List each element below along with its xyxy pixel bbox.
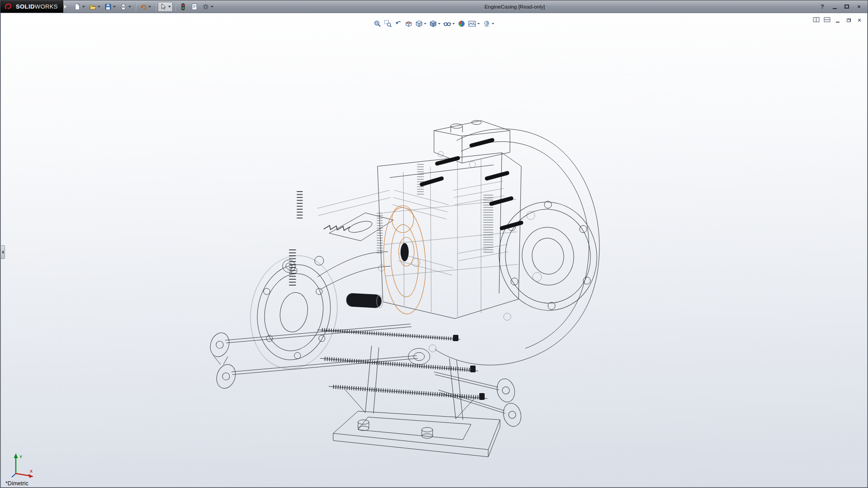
new-document-icon (74, 3, 81, 10)
dassault-3ds-logo-icon (4, 3, 13, 10)
chevron-down-icon[interactable] (492, 23, 495, 24)
display-style-button[interactable] (429, 19, 442, 28)
svg-text:X: X (30, 469, 33, 474)
highlighted-part (381, 206, 428, 315)
select-button[interactable] (158, 2, 173, 12)
doc-restore-button[interactable] (844, 17, 853, 24)
zoom-to-area-icon (384, 20, 392, 28)
edit-appearance-button[interactable] (457, 19, 467, 28)
apply-scene-icon (468, 20, 476, 28)
chevron-down-icon[interactable] (438, 23, 441, 24)
section-view-button[interactable] (404, 19, 414, 28)
chevron-down-icon[interactable] (477, 23, 480, 24)
apply-scene-button[interactable] (467, 19, 481, 28)
pane-split-horizontal-icon (824, 17, 830, 24)
rebuild-button[interactable] (178, 2, 189, 12)
orientation-triad: Y X (10, 452, 37, 480)
main-toolbar (72, 2, 215, 12)
toolbar-separator (135, 3, 136, 11)
pane-split-vertical-button[interactable] (812, 17, 820, 24)
solidworks-logo: SOLIDWORKS (0, 0, 63, 13)
chevron-down-icon[interactable] (168, 6, 171, 8)
display-style-icon (429, 20, 437, 28)
doc-restore-icon (847, 19, 851, 22)
file-properties-button[interactable] (189, 2, 200, 12)
options-button[interactable] (200, 2, 215, 12)
doc-minimize-icon (836, 22, 840, 23)
headsup-view-toolbar (371, 18, 498, 29)
collapse-arrow-icon (2, 250, 4, 254)
doc-close-button[interactable]: × (855, 17, 863, 24)
brand-text: SOLIDWORKS (16, 3, 58, 10)
print-icon (120, 3, 127, 10)
help-button[interactable]: ? (818, 3, 827, 11)
zoom-to-fit-button[interactable] (373, 19, 382, 28)
save-button[interactable] (103, 2, 118, 12)
graphics-viewport[interactable]: × Y X *Dimetric (1, 13, 867, 487)
file-properties-icon (191, 3, 198, 10)
x-axis-arrow: X (16, 469, 33, 478)
view-orientation-icon (415, 20, 423, 28)
chevron-down-icon[interactable] (128, 6, 131, 8)
chevron-down-icon[interactable] (453, 23, 455, 24)
view-orientation-label: *Dimetric (5, 480, 28, 487)
y-axis-arrow: Y (14, 453, 23, 474)
titlebar: SOLIDWORKS (0, 0, 868, 13)
menu-expand-arrow-icon[interactable] (64, 5, 66, 9)
chevron-down-icon[interactable] (148, 6, 151, 8)
chevron-down-icon[interactable] (113, 6, 116, 8)
solidworks-window: SOLIDWORKS (0, 0, 868, 488)
engine-casing-wireframe (1, 13, 867, 487)
maximize-button[interactable] (842, 3, 851, 11)
undo-button[interactable] (138, 2, 153, 12)
previous-view-button[interactable] (394, 19, 403, 28)
minimize-icon (833, 8, 837, 9)
minimize-button[interactable] (830, 3, 839, 11)
view-settings-shadow-icon (483, 20, 491, 28)
toolbar-separator (155, 3, 156, 11)
chevron-down-icon[interactable] (211, 6, 213, 8)
chevron-down-icon[interactable] (424, 23, 427, 24)
open-icon (89, 3, 96, 10)
edit-appearance-sphere-icon (458, 20, 466, 28)
print-button[interactable] (118, 2, 133, 12)
zoom-to-area-button[interactable] (383, 19, 393, 28)
panel-collapse-tab[interactable] (1, 245, 5, 259)
doc-minimize-button[interactable] (834, 17, 842, 24)
view-settings-button[interactable] (482, 19, 495, 28)
undo-icon (140, 3, 147, 10)
view-orientation-button[interactable] (415, 19, 428, 28)
save-icon (104, 3, 112, 10)
new-document-button[interactable] (72, 2, 87, 12)
rebuild-icon (179, 3, 187, 10)
z-axis-arrow (12, 474, 16, 477)
document-title: EngineCasing [Read-only] (215, 4, 814, 9)
toolbar-separator (175, 3, 175, 11)
chevron-down-icon[interactable] (82, 6, 85, 8)
pane-split-vertical-icon (813, 17, 820, 24)
close-button[interactable]: × (854, 3, 863, 11)
maximize-icon (844, 5, 849, 9)
select-cursor-icon (160, 3, 167, 10)
chevron-down-icon[interactable] (98, 6, 100, 8)
zoom-to-fit-icon (374, 20, 382, 28)
options-gear-icon (202, 3, 209, 10)
hide-show-items-button[interactable] (443, 19, 456, 28)
window-controls: ? × (814, 3, 868, 11)
pane-split-horizontal-button[interactable] (823, 17, 831, 24)
previous-view-icon (395, 20, 402, 28)
svg-text:Y: Y (19, 455, 22, 459)
section-view-icon (405, 20, 413, 28)
open-button[interactable] (87, 2, 102, 12)
hide-show-items-glasses-icon (443, 20, 452, 28)
document-window-controls: × (812, 17, 863, 24)
